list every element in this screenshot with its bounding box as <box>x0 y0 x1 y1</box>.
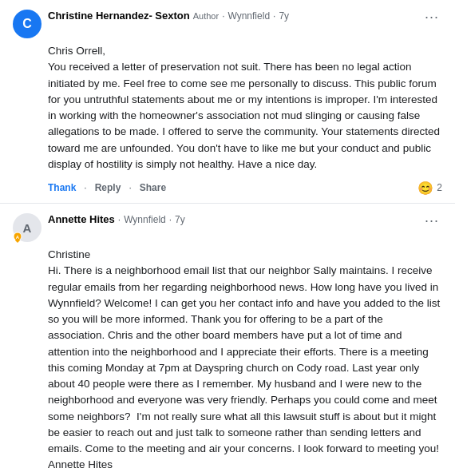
reaction-emoji-1: 😊 <box>417 180 433 196</box>
dot-sep-3: · <box>118 214 121 225</box>
more-options-1[interactable]: ··· <box>421 10 442 24</box>
comment-2-meta: Annette Hites · Wynnfield · 7y <box>48 213 421 225</box>
thank-button[interactable]: Thank <box>48 179 82 196</box>
comment-1-meta: Christine Hernandez- Sexton Author · Wyn… <box>48 10 421 22</box>
comment-2-header: A A Annette Hites · Wynnfield · 7y ··· <box>13 213 442 242</box>
dot-sep-4: · <box>169 214 172 225</box>
timestamp-2: 7y <box>175 214 185 225</box>
comment-body-1: Chris Orrell, You received a letter of p… <box>48 43 442 173</box>
comment-2-name-row: Annette Hites · Wynnfield · 7y <box>48 213 421 225</box>
ribbon-badge-icon: A <box>11 231 24 244</box>
comment-actions-1: Thank · Reply · Share 😊 2 <box>48 179 442 196</box>
location-2: Wynnfield <box>124 214 166 225</box>
reply-button-1[interactable]: Reply <box>89 179 128 196</box>
comment-1: C Christine Hernandez- Sexton Author · W… <box>0 0 455 204</box>
avatar-christine: C <box>13 10 42 38</box>
comment-1-header: C Christine Hernandez- Sexton Author · W… <box>13 10 442 38</box>
share-button-1[interactable]: Share <box>133 179 172 196</box>
reactions-1: 😊 2 <box>417 180 442 196</box>
reaction-count-1: 2 <box>437 182 442 193</box>
timestamp-1: 7y <box>279 10 289 22</box>
comment-body-2: Christine Hi. There is a neighborhood em… <box>48 247 442 474</box>
author-name-1: Christine Hernandez- Sexton <box>48 10 190 22</box>
location-1: Wynnfield <box>228 10 270 22</box>
dot-sep-2: · <box>273 10 275 22</box>
comment-2: A A Annette Hites · Wynnfield · 7y ··· C… <box>0 204 455 476</box>
author-name-2: Annette Hites <box>48 213 115 225</box>
dot-sep-1: · <box>222 10 224 22</box>
svg-marker-2 <box>15 239 20 243</box>
more-options-2[interactable]: ··· <box>421 213 442 228</box>
comment-1-name-row: Christine Hernandez- Sexton Author · Wyn… <box>48 10 421 22</box>
avatar-annette-wrapper: A A <box>13 213 42 242</box>
author-badge-1: Author <box>193 11 219 21</box>
